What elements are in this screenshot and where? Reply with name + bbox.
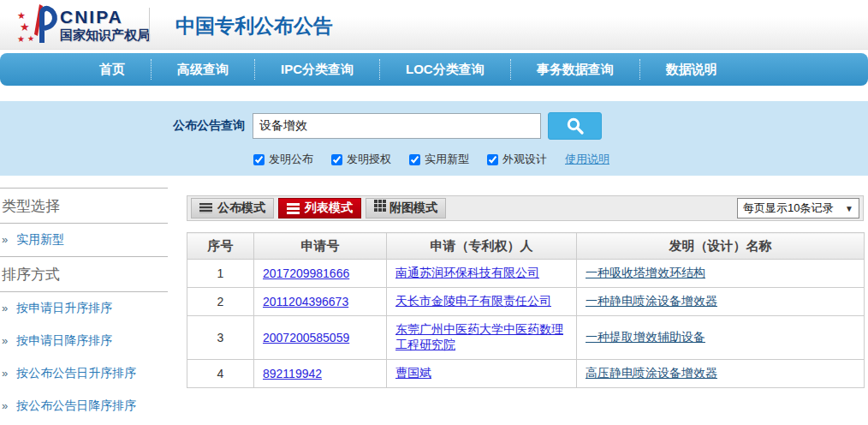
table-row: 4 892119942 曹国斌 高压静电喷涂设备增效器 bbox=[187, 360, 865, 388]
checkbox-invention-grant[interactable]: 发明授权 bbox=[331, 152, 391, 167]
invention-name-link[interactable]: 一种静电喷涂设备增效器 bbox=[586, 294, 717, 308]
svg-text:★: ★ bbox=[27, 34, 34, 43]
utility-model-checkbox[interactable] bbox=[409, 154, 420, 165]
table-row: 3 2007200585059 东莞广州中医药大学中医药数理工程研究院 一种提取… bbox=[187, 316, 865, 360]
checkbox-label: 发明授权 bbox=[347, 152, 391, 167]
applicant-link[interactable]: 天长市金陵电子有限责任公司 bbox=[395, 294, 551, 308]
cnipa-logo-icon: ★ ★ ★ ★ bbox=[17, 3, 58, 46]
nav-item-loc-search[interactable]: LOC分类查询 bbox=[379, 59, 510, 80]
column-header-index: 序号 bbox=[187, 233, 254, 260]
page-title: 中国专利公布公告 bbox=[175, 13, 333, 39]
sidebar-link-label[interactable]: 实用新型 bbox=[16, 232, 64, 246]
chevron-bullet-icon: » bbox=[2, 302, 8, 314]
sidebar-link-label[interactable]: 按申请日降序排序 bbox=[16, 333, 112, 347]
invention-name-link[interactable]: 高压静电喷涂设备增效器 bbox=[586, 366, 717, 380]
sidebar-item-sort-filing-asc[interactable]: » 按申请日升序排序 bbox=[0, 292, 168, 325]
logo-org-name: 国家知识产权局 bbox=[60, 27, 150, 43]
sidebar-link-label[interactable]: 按公布公告日降序排序 bbox=[16, 398, 136, 412]
applicant-link[interactable]: 曹国斌 bbox=[395, 366, 431, 380]
nav-item-data-description[interactable]: 数据说明 bbox=[639, 59, 743, 80]
sidebar: 类型选择 » 实用新型 排序方式 » 按申请日升序排序 » 按申请日降序排序 »… bbox=[0, 188, 168, 422]
checkbox-label: 发明公布 bbox=[269, 152, 313, 167]
search-input[interactable] bbox=[253, 113, 541, 139]
figure-mode-button[interactable]: 附图模式 bbox=[366, 198, 446, 218]
search-icon bbox=[566, 117, 585, 135]
nav-item-advanced-search[interactable]: 高级查询 bbox=[151, 59, 254, 80]
svg-text:★: ★ bbox=[20, 21, 30, 33]
list-mode-icon bbox=[287, 203, 300, 214]
application-number-link[interactable]: 2007200585059 bbox=[263, 331, 349, 344]
usage-instructions-link[interactable]: 使用说明 bbox=[565, 152, 609, 167]
search-button[interactable] bbox=[548, 112, 602, 140]
checkbox-label: 实用新型 bbox=[425, 152, 469, 167]
row-index: 3 bbox=[187, 316, 254, 360]
svg-text:★: ★ bbox=[17, 34, 25, 44]
table-row: 1 2017209981666 南通苏润环保科技有限公司 一种吸收塔增效环结构 bbox=[187, 260, 865, 288]
sidebar-item-sort-publication-desc[interactable]: » 按公布公告日降序排序 bbox=[0, 390, 168, 422]
applicant-link[interactable]: 东莞广州中医药大学中医药数理工程研究院 bbox=[395, 322, 563, 351]
sidebar-item-sort-publication-asc[interactable]: » 按公布公告日升序排序 bbox=[0, 357, 168, 390]
svg-text:★: ★ bbox=[17, 10, 26, 21]
mode-button-label: 列表模式 bbox=[305, 201, 353, 216]
checkbox-invention-publication[interactable]: 发明公布 bbox=[253, 152, 313, 167]
sidebar-link-label[interactable]: 按公布公告日升序排序 bbox=[16, 366, 136, 380]
chevron-bullet-icon: » bbox=[2, 334, 8, 347]
sidebar-item-sort-filing-desc[interactable]: » 按申请日降序排序 bbox=[0, 325, 168, 357]
search-label: 公布公告查询 bbox=[173, 118, 245, 134]
list-mode-button[interactable]: 列表模式 bbox=[278, 198, 361, 218]
row-index: 1 bbox=[187, 260, 254, 288]
invention-publication-checkbox[interactable] bbox=[253, 154, 265, 165]
cnipa-logo: ★ ★ ★ ★ CNIPA 国家知识产权局 bbox=[17, 3, 150, 46]
chevron-down-icon: ▼ bbox=[845, 204, 853, 213]
chevron-bullet-icon: » bbox=[2, 233, 8, 246]
invention-grant-checkbox[interactable] bbox=[331, 154, 342, 165]
application-number-link[interactable]: 2017209981666 bbox=[263, 266, 349, 280]
nav-item-ipc-search[interactable]: IPC分类查询 bbox=[254, 59, 379, 80]
column-header-application-number: 申请号 bbox=[254, 233, 387, 260]
column-header-applicant: 申请（专利权）人 bbox=[387, 233, 577, 260]
sidebar-link-label[interactable]: 按申请日升序排序 bbox=[16, 301, 112, 314]
publication-mode-button[interactable]: 公布模式 bbox=[191, 198, 274, 218]
checkbox-label: 外观设计 bbox=[502, 152, 547, 167]
applicant-link[interactable]: 南通苏润环保科技有限公司 bbox=[395, 266, 539, 279]
chevron-bullet-icon: » bbox=[2, 399, 8, 412]
results-table: 序号 申请号 申请（专利权）人 发明（设计）名称 1 2017209981666… bbox=[187, 232, 865, 388]
checkbox-utility-model[interactable]: 实用新型 bbox=[409, 152, 469, 167]
column-header-invention-name: 发明（设计）名称 bbox=[577, 233, 865, 260]
publication-mode-icon bbox=[199, 203, 212, 213]
main-navbar: 首页 高级查询 IPC分类查询 LOC分类查询 事务数据查询 数据说明 bbox=[0, 53, 868, 86]
sidebar-heading-sort: 排序方式 bbox=[0, 257, 168, 291]
header-divider bbox=[149, 8, 150, 42]
design-checkbox[interactable] bbox=[487, 154, 498, 165]
mode-button-label: 公布模式 bbox=[217, 201, 265, 216]
site-header: ★ ★ ★ ★ CNIPA 国家知识产权局 中国专利公布公告 bbox=[0, 0, 868, 50]
search-row: 公布公告查询 bbox=[173, 112, 602, 140]
nav-item-home[interactable]: 首页 bbox=[74, 59, 151, 80]
invention-name-link[interactable]: 一种吸收塔增效环结构 bbox=[586, 266, 705, 279]
table-row: 2 2011204396673 天长市金陵电子有限责任公司 一种静电喷涂设备增效… bbox=[187, 288, 865, 316]
logo-acronym: CNIPA bbox=[60, 8, 150, 27]
application-number-link[interactable]: 892119942 bbox=[263, 367, 322, 380]
application-number-link[interactable]: 2011204396673 bbox=[263, 295, 348, 308]
patent-announcement-page: ★ ★ ★ ★ CNIPA 国家知识产权局 中国专利公布公告 首页 高级查询 I… bbox=[0, 0, 868, 425]
row-index: 4 bbox=[187, 360, 254, 388]
page-size-select[interactable]: 每页显示10条记录 ▼ bbox=[737, 198, 859, 218]
search-section: 公布公告查询 发明公布 发明授权 实用新型 bbox=[0, 101, 868, 176]
page-size-value: 每页显示10条记录 bbox=[743, 201, 833, 216]
nav-item-transaction-data[interactable]: 事务数据查询 bbox=[510, 59, 639, 80]
sidebar-heading-type: 类型选择 bbox=[0, 189, 168, 223]
mode-button-label: 附图模式 bbox=[389, 201, 437, 216]
table-header-row: 序号 申请号 申请（专利权）人 发明（设计）名称 bbox=[187, 233, 865, 260]
row-index: 2 bbox=[187, 288, 254, 316]
results-main: 公布模式 列表模式 附图模式 每页显示10条记录 ▼ 序号 申请号 申请（专利权… bbox=[187, 195, 864, 388]
logo-text: CNIPA 国家知识产权局 bbox=[60, 8, 150, 43]
filter-checkbox-row: 发明公布 发明授权 实用新型 外观设计 使用说明 bbox=[253, 152, 609, 167]
sidebar-item-utility-model[interactable]: » 实用新型 bbox=[0, 224, 168, 256]
view-mode-toolbar: 公布模式 列表模式 附图模式 每页显示10条记录 ▼ bbox=[187, 195, 864, 221]
chevron-bullet-icon: » bbox=[2, 367, 8, 380]
figure-mode-icon bbox=[374, 200, 378, 203]
invention-name-link[interactable]: 一种提取增效辅助设备 bbox=[586, 330, 705, 344]
checkbox-design[interactable]: 外观设计 bbox=[487, 152, 547, 167]
